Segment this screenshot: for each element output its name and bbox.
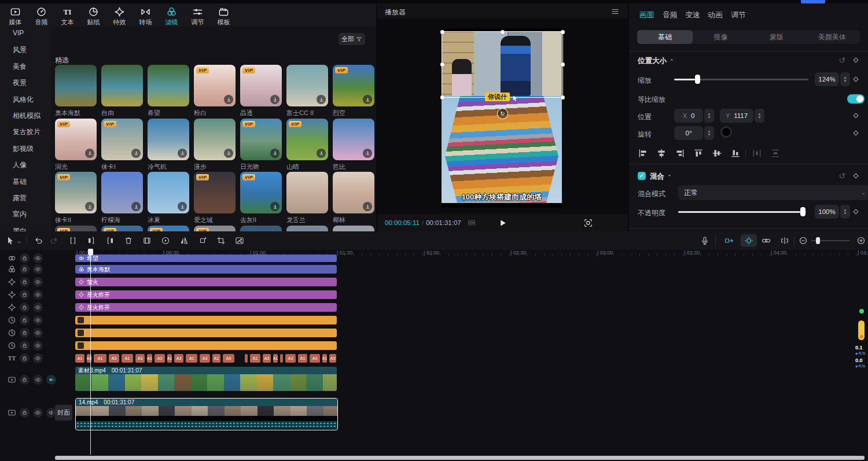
subtab-basic[interactable]: 基础: [637, 30, 693, 44]
opacity-slider[interactable]: [678, 211, 807, 213]
keyframe-icon[interactable]: [852, 56, 860, 64]
filter-thumbnail[interactable]: VIP: [55, 172, 97, 213]
filter-thumbnail[interactable]: [286, 226, 328, 231]
tab-adjust[interactable]: 调节: [731, 10, 746, 20]
text-clip[interactable]: A1: [298, 354, 307, 363]
text-clip[interactable]: [280, 354, 283, 363]
keyframe-icon[interactable]: [852, 208, 860, 216]
filter-thumbnail[interactable]: [101, 65, 143, 106]
filter-thumbnail[interactable]: [333, 119, 374, 160]
text-clip[interactable]: A1: [94, 354, 106, 363]
text-clip[interactable]: A3: [155, 354, 165, 363]
filter-thumbnail[interactable]: [333, 172, 374, 213]
position-size-section[interactable]: 位置大小⌃: [638, 56, 674, 66]
download-icon[interactable]: [270, 95, 279, 104]
text-clip[interactable]: A1: [322, 354, 327, 363]
filter-thumbnail[interactable]: [240, 226, 282, 231]
text-clip[interactable]: A3: [135, 354, 145, 363]
download-icon[interactable]: [224, 95, 233, 104]
preview-quality-icon[interactable]: [583, 218, 593, 228]
download-icon[interactable]: [178, 202, 187, 211]
text-clip[interactable]: A3: [223, 354, 234, 363]
filter-thumbnail[interactable]: VIP: [333, 65, 374, 106]
filter-thumbnail[interactable]: VIP: [240, 119, 282, 160]
sticker-clip[interactable]: [75, 316, 337, 324]
keyframe-icon[interactable]: [852, 172, 860, 180]
playhead-handle[interactable]: [88, 249, 93, 256]
category-2[interactable]: 风景: [13, 45, 27, 55]
download-icon[interactable]: [131, 149, 141, 158]
toolbar-item-adjust[interactable]: 调节: [185, 5, 211, 27]
horizontal-scrollbar[interactable]: [55, 456, 865, 460]
toolbar-item-media[interactable]: 媒体: [2, 5, 28, 27]
filter-thumbnail[interactable]: [148, 119, 189, 160]
al-bottom-icon[interactable]: [730, 148, 741, 158]
clip-selection-box[interactable]: [442, 31, 563, 98]
effect-clip[interactable]: 星火炸开: [75, 290, 337, 299]
position-y-field[interactable]: Y1117: [720, 109, 753, 123]
download-icon[interactable]: [224, 149, 233, 158]
rotate-handle[interactable]: ↻: [497, 108, 508, 119]
sticker-clip[interactable]: [75, 329, 337, 337]
text-clip[interactable]: A3: [174, 354, 183, 363]
filter-thumbnail[interactable]: [148, 65, 189, 106]
text-clip[interactable]: A1: [250, 354, 260, 363]
filter-thumbnail[interactable]: VIP: [55, 226, 97, 231]
category-4[interactable]: 夜景: [13, 78, 27, 88]
rotate-stepper[interactable]: ▲▼: [704, 126, 714, 140]
category-6[interactable]: 相机模拟: [13, 111, 41, 121]
frames-grid-icon[interactable]: [467, 218, 476, 227]
tab-speed[interactable]: 变速: [685, 10, 700, 20]
download-icon[interactable]: [317, 95, 326, 104]
text-clip[interactable]: A1: [212, 354, 220, 363]
text-clip[interactable]: A1: [186, 354, 197, 363]
category-1[interactable]: VIP: [13, 29, 24, 37]
scale-stepper[interactable]: ▲▼: [840, 72, 850, 86]
text-clip[interactable]: A3: [200, 354, 210, 363]
filter-thumbnail[interactable]: [286, 172, 328, 213]
scale-value[interactable]: 124%: [815, 72, 839, 86]
download-icon[interactable]: [363, 95, 372, 104]
download-icon[interactable]: [270, 149, 279, 158]
sticker-clip[interactable]: [75, 341, 337, 350]
toolbar-item-text[interactable]: TI文本: [54, 5, 80, 27]
filter-thumbnail[interactable]: VIP: [194, 172, 236, 213]
rotate-field[interactable]: 0°: [674, 126, 703, 140]
filter-clip[interactable]: 奥本海默: [75, 265, 337, 274]
effect-clip[interactable]: 萤火: [75, 278, 337, 286]
al-top-icon[interactable]: [693, 148, 704, 158]
category-3[interactable]: 美食: [13, 62, 27, 72]
rotate-dial[interactable]: [720, 126, 732, 138]
toolbar-item-effects[interactable]: 特效: [106, 5, 133, 27]
subtab-beauty[interactable]: 美颜美体: [804, 30, 860, 44]
download-icon[interactable]: [85, 202, 94, 211]
player-menu-icon[interactable]: [610, 7, 620, 16]
tab-picture[interactable]: 画面: [639, 10, 654, 20]
al-right-icon[interactable]: [675, 148, 685, 158]
toolbar-item-sticker[interactable]: 贴纸: [80, 5, 106, 27]
al-middle-v-icon[interactable]: [712, 148, 722, 158]
download-icon[interactable]: [317, 149, 326, 158]
download-icon[interactable]: [85, 149, 94, 158]
tab-audio[interactable]: 音频: [663, 10, 678, 20]
download-icon[interactable]: [363, 202, 372, 211]
reset-icon[interactable]: ↺: [837, 171, 847, 180]
reset-icon[interactable]: ↺: [837, 56, 847, 65]
filter-thumbnail[interactable]: VIP: [240, 172, 282, 213]
text-clip[interactable]: A3: [310, 354, 320, 363]
category-12[interactable]: 室内: [13, 209, 27, 219]
filter-thumbnail[interactable]: VIP: [101, 119, 143, 160]
filter-thumbnail[interactable]: VIP: [240, 65, 282, 106]
video-clip[interactable]: 素材3.mp400:01:31:07: [75, 367, 337, 391]
selection-handle[interactable]: [561, 95, 565, 99]
toolbar-item-transition[interactable]: 转场: [133, 5, 159, 27]
category-13[interactable]: 黑白: [13, 226, 27, 231]
uniform-scale-toggle[interactable]: [847, 94, 865, 104]
text-clip[interactable]: A3: [109, 354, 119, 363]
filter-thumbnail[interactable]: [286, 65, 328, 106]
text-clip[interactable]: A1: [75, 354, 84, 363]
keyframe-icon[interactable]: [852, 112, 860, 120]
download-icon[interactable]: [131, 202, 141, 211]
dist-v-icon[interactable]: [770, 148, 781, 158]
subtab-mask[interactable]: 蒙版: [749, 30, 804, 44]
